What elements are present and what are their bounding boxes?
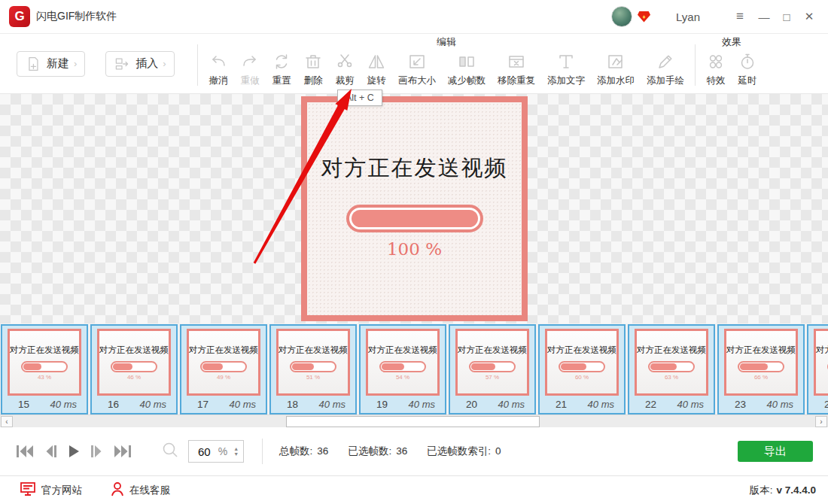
- frame-thumbnail: 对方正在发送视频 63 %: [635, 329, 708, 396]
- gif-progress-bar: [346, 205, 483, 232]
- tool-rotate[interactable]: 旋转: [361, 49, 392, 87]
- spin-down-button[interactable]: ▼: [233, 451, 239, 457]
- frame-duration: 40 ms: [409, 399, 435, 410]
- frame-progress-bar: [379, 361, 426, 372]
- frame-progress-fill: [561, 363, 586, 370]
- footer: 官方网站 在线客服 版本:v 7.4.4.0: [0, 475, 828, 504]
- tool-undo[interactable]: 撤消: [202, 49, 234, 87]
- maximize-button[interactable]: □: [775, 5, 798, 28]
- tool-delete[interactable]: 删除: [297, 49, 329, 87]
- frame-meta: 19 40 ms: [361, 396, 445, 413]
- play-button[interactable]: [66, 442, 81, 460]
- tool-redo[interactable]: 重做: [234, 49, 266, 87]
- official-website-link[interactable]: 官方网站: [20, 481, 82, 499]
- online-support-link[interactable]: 在线客服: [111, 481, 170, 499]
- frame-thumbnail: 对方正在发送视频 57 %: [455, 329, 529, 396]
- timeline-frame[interactable]: 对方正在发送视频 66 % 23 40 ms: [717, 324, 805, 414]
- frame-progress-fill: [740, 363, 768, 370]
- timeline-frame[interactable]: 对方正在发送视频 46 % 16 40 ms: [90, 324, 178, 414]
- next-frame-button[interactable]: [89, 442, 105, 460]
- zoom-spinner[interactable]: 60 % ▲ ▼: [188, 440, 244, 463]
- redo-icon: [240, 50, 260, 73]
- timeline-frame[interactable]: 对方正在发送视频 60 % 21 40 ms: [538, 324, 626, 414]
- tool-add-text[interactable]: 添加文字: [541, 49, 591, 87]
- effects-icon: [706, 50, 726, 73]
- zoom-value[interactable]: 60: [198, 445, 211, 458]
- scrollbar-thumb[interactable]: [286, 416, 540, 427]
- vip-badge-icon[interactable]: ♦: [638, 11, 650, 23]
- timeline-frame[interactable]: 对方正在发送视频 49 % 17 40 ms: [180, 324, 267, 414]
- minimize-button[interactable]: —: [753, 5, 775, 28]
- frame-progress-fill: [113, 363, 132, 370]
- timeline-frame[interactable]: 对方正在发送视频 54 % 19 40 ms: [359, 324, 446, 414]
- username[interactable]: Lyan: [676, 11, 700, 23]
- frame-percent-label: 43 %: [38, 374, 51, 381]
- menu-button[interactable]: ≡: [729, 5, 751, 28]
- frame-progress-fill: [650, 363, 677, 370]
- timeline-frame[interactable]: 对方正在发送视频 57 % 20 40 ms: [449, 324, 536, 414]
- spin-up-button[interactable]: ▲: [233, 446, 239, 451]
- frame-thumbnail-text: 对方正在发送视频: [189, 345, 258, 356]
- previous-frame-button[interactable]: [42, 442, 59, 460]
- frame-duration: 40 ms: [140, 399, 166, 410]
- gif-preview-frame[interactable]: 对方正在发送视频 100 %: [301, 96, 528, 321]
- tool-special-effects[interactable]: 特效: [700, 49, 732, 87]
- app-title: 闪电GIF制作软件: [36, 10, 117, 23]
- skip-to-end-button[interactable]: [113, 442, 132, 460]
- effects-section-label: 效果: [700, 34, 763, 49]
- selected-frames-stat: 已选帧数:36: [348, 445, 407, 458]
- flip-icon: [367, 50, 386, 73]
- zoom-unit: %: [218, 445, 227, 457]
- tool-delay[interactable]: 延时: [732, 49, 763, 87]
- chevron-right-icon: ›: [163, 58, 166, 69]
- app-logo-icon: G: [9, 6, 30, 27]
- tool-remove-duplicates[interactable]: 移除重复: [492, 49, 541, 87]
- frame-thumbnail-text: 对方正在发送视频: [99, 345, 169, 356]
- tool-add-watermark[interactable]: 添加水印: [591, 49, 641, 87]
- frame-meta: 18 40 ms: [271, 396, 355, 413]
- close-button[interactable]: ✕: [798, 5, 820, 28]
- version-value: v 7.4.4.0: [776, 484, 816, 496]
- frame-percent-label: 63 %: [665, 374, 678, 381]
- frame-meta: 23 40 ms: [719, 396, 803, 413]
- frame-duration: 40 ms: [498, 399, 525, 410]
- tool-add-drawing[interactable]: 添加手绘: [641, 49, 690, 87]
- add-watermark-icon: [606, 50, 626, 73]
- tool-reduce-frames[interactable]: 减少帧数: [442, 49, 492, 87]
- frame-progress-bar: [738, 361, 784, 372]
- tool-canvas-size[interactable]: 画布大小: [392, 49, 442, 87]
- timeline-frame[interactable]: 对方正在发送视频 69 % 24 40 ms: [807, 324, 828, 414]
- gif-progress-fill: [352, 210, 478, 227]
- tool-crop[interactable]: 裁剪: [329, 49, 361, 87]
- person-icon: [111, 481, 124, 499]
- insert-button[interactable]: 插入 ›: [105, 51, 174, 77]
- frame-thumbnail: 对方正在发送视频 54 %: [366, 329, 440, 396]
- frame-duration: 40 ms: [588, 399, 614, 410]
- frame-number: 18: [287, 399, 298, 410]
- timeline-frame[interactable]: 对方正在发送视频 43 % 15 40 ms: [1, 324, 88, 414]
- canvas-area[interactable]: 对方正在发送视频 100 % Alt + C: [0, 94, 828, 323]
- scissors-icon: [335, 50, 355, 73]
- timeline-frame[interactable]: 对方正在发送视频 51 % 18 40 ms: [269, 324, 357, 414]
- controls-bar: 60 % ▲ ▼ 总帧数:36 已选帧数:36 已选帧数索引:0 导出: [0, 427, 828, 475]
- timeline-scrollbar[interactable]: ‹ ›: [0, 414, 828, 427]
- tool-reset[interactable]: 重置: [266, 49, 297, 87]
- reduce-frames-icon: [457, 50, 476, 73]
- scroll-left-button[interactable]: ‹: [1, 416, 13, 427]
- frame-percent-label: 51 %: [306, 374, 320, 381]
- new-button[interactable]: 新建 ›: [17, 51, 85, 77]
- skip-to-start-button[interactable]: [15, 442, 35, 460]
- timeline-frame[interactable]: 对方正在发送视频 63 % 22 40 ms: [628, 324, 715, 414]
- frame-percent-label: 49 %: [217, 374, 230, 381]
- export-button[interactable]: 导出: [738, 441, 813, 462]
- controls-divider: [262, 439, 263, 464]
- frame-thumbnail-text: 对方正在发送视频: [547, 345, 616, 356]
- frame-thumbnail: 对方正在发送视频 60 %: [545, 329, 619, 396]
- user-avatar[interactable]: [611, 6, 632, 27]
- frame-progress-fill: [23, 363, 41, 370]
- frame-number: 16: [108, 399, 119, 410]
- scroll-right-button[interactable]: ›: [815, 416, 827, 427]
- app-window: G 闪电GIF制作软件 ♦ Lyan ≡ — □ ✕ 新建 ›: [0, 0, 828, 504]
- crop-tooltip: Alt + C: [337, 90, 382, 106]
- frame-thumbnail-text: 对方正在发送视频: [368, 345, 437, 356]
